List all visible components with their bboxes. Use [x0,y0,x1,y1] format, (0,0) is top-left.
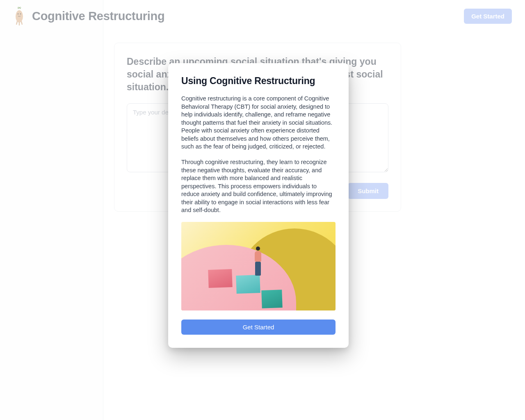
modal-title: Using Cognitive Restructuring [181,75,336,87]
modal-paragraph-1: Cognitive restructuring is a core compon… [181,95,336,151]
intro-modal: Using Cognitive Restructuring Cognitive … [168,63,349,348]
modal-paragraph-2: Through cognitive restructuring, they le… [181,158,336,215]
modal-illustration [181,222,336,310]
modal-get-started-button[interactable]: Get Started [181,320,336,335]
